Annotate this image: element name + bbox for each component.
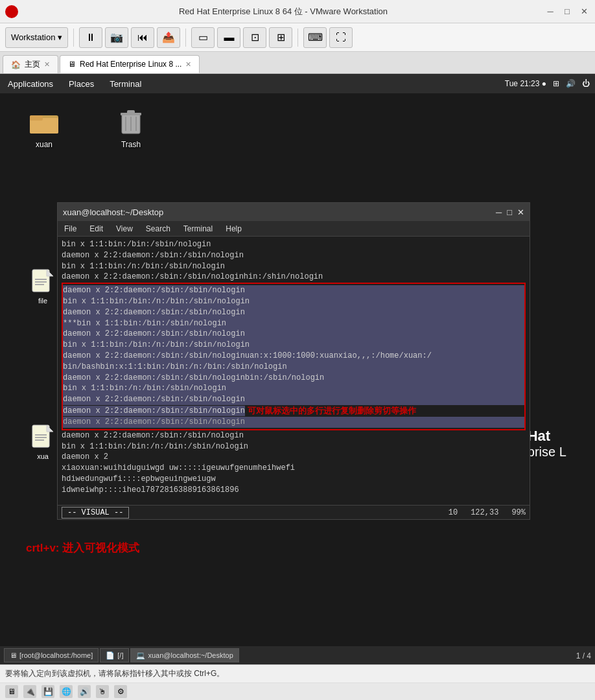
tab-home[interactable]: 🏠 主页 ✕	[3, 55, 58, 73]
dropdown-icon: ▾	[58, 32, 62, 42]
terminal-statusbar: -- VISUAL -- 10 122,33 99%	[58, 505, 530, 519]
applications-menu[interactable]: Applications	[5, 78, 56, 90]
menu-view[interactable]: View	[112, 223, 137, 235]
svg-point-0	[8, 8, 16, 16]
revert-button[interactable]: ⏮	[131, 27, 154, 48]
vm-item3-label: xuan@localhost:~/Desktop	[148, 651, 233, 659]
trash-label: Trash	[121, 140, 141, 149]
snapshot-button[interactable]: 📷	[105, 27, 128, 48]
status-icon3[interactable]: 💾	[41, 685, 54, 698]
fullscreen-button[interactable]: ⛶	[329, 27, 353, 48]
terminal-line: daemon x 2:2:daemon:/sbin:/sbin/nologin	[62, 430, 526, 441]
terminal-titlebar: xuan@localhost:~/Desktop ─ □ ✕	[58, 203, 530, 221]
volume-icon[interactable]: 🔊	[566, 79, 576, 88]
terminal-line: bin x 1:1:bin:/n:/bin:/sbin/nologin	[62, 261, 526, 272]
svg-rect-14	[35, 284, 44, 285]
status-icon2[interactable]: 🔌	[23, 685, 36, 698]
status-right: 10 122,33 99%	[449, 508, 526, 517]
terminal-line-h: bin x 1:1:bin:/bin:/n:/bin:/sbin/nologin	[63, 340, 524, 351]
vm-item3-icon: 💻	[136, 651, 145, 660]
status-col: 122,33	[471, 508, 498, 517]
vm-bottom-item3[interactable]: 💻 xuan@localhost:~/Desktop	[130, 648, 239, 662]
title-bar-text: Red Hat Enterprise Linux 8 64 位 - VMware…	[22, 6, 544, 18]
svg-rect-13	[35, 281, 47, 283]
status-message: 要将输入定向到该虚拟机，请将鼠标指针移入其中或按 Ctrl+G。	[0, 665, 595, 683]
terminal-content[interactable]: bin x 1:1:bin:/bin:/sbin/nologin daemon …	[58, 237, 530, 505]
cad-button[interactable]: ⌨	[303, 27, 327, 48]
page-count: 1 / 4	[576, 649, 591, 661]
terminal-line-h: bin/bashbin:x:1:1:bin:/bin:/n:/bin:/sbin…	[63, 362, 524, 373]
view-button2[interactable]: ▬	[217, 27, 240, 48]
status-icons: 🖥 🔌 💾 🌐 🔊 🖱 ⚙	[0, 683, 595, 701]
vm-bottom-item2[interactable]: 📄 [/]	[100, 648, 129, 662]
terminal-menu[interactable]: Terminal	[107, 78, 144, 90]
tab-rhel-label: Red Hat Enterprise Linux 8 ...	[80, 60, 181, 69]
svg-rect-17	[35, 434, 47, 436]
annotation-text1: 可对鼠标选中的多行进行复制删除剪切等操作	[248, 405, 416, 417]
vm-item1-label: [root@localhost:/home]	[19, 651, 93, 659]
tab-home-label: 主页	[25, 59, 40, 70]
menu-search[interactable]: Search	[142, 223, 174, 235]
svg-marker-16	[47, 425, 53, 432]
terminal-line-h: daemon x 2:2:daemon:/sbin:/sbin/nologin	[63, 406, 245, 417]
terminal-minimize[interactable]: ─	[496, 207, 502, 217]
tab-home-icon: 🏠	[11, 60, 21, 69]
svg-rect-12	[35, 279, 47, 280]
toolbar-separator	[73, 29, 74, 47]
status-icon5[interactable]: 🔊	[78, 685, 91, 698]
status-icon4[interactable]: 🌐	[60, 685, 73, 698]
status-icon7[interactable]: ⚙	[114, 685, 127, 698]
status-line: 10	[449, 508, 458, 517]
terminal-close[interactable]: ✕	[517, 207, 524, 217]
power-icon[interactable]: ⏻	[582, 79, 590, 88]
annotation-row: daemon x 2:2:daemon:/sbin:/sbin/nologin …	[63, 405, 524, 417]
tab-home-close[interactable]: ✕	[44, 60, 50, 69]
vm-bottom-item1[interactable]: 🖥 [root@localhost:/home]	[4, 648, 99, 662]
pause-button[interactable]: ⏸	[79, 27, 102, 48]
tab-rhel-close[interactable]: ✕	[185, 60, 191, 69]
desktop: xuan Trash file	[0, 93, 595, 554]
terminal-maximize[interactable]: □	[507, 207, 512, 217]
menu-file[interactable]: File	[60, 223, 80, 235]
terminal-line-h: daemon x 2:2:daemon:/sbin:/sbin/nologin	[63, 285, 524, 296]
terminal-line: hdiwedungwufi::::epbwgeuingweiugw	[62, 474, 526, 485]
status-message-text: 要将输入定向到该虚拟机，请将鼠标指针移入其中或按 Ctrl+G。	[5, 668, 224, 679]
desktop-icon-xuan[interactable]: xuan	[18, 106, 70, 149]
minimize-button[interactable]: ─	[544, 6, 556, 18]
workstation-menu[interactable]: Workstation ▾	[5, 27, 68, 48]
terminal-line-h: daemon x 2:2:daemon:/sbin:/sbin/nologin	[63, 394, 524, 405]
terminal-menubar: File Edit View Search Terminal Help	[58, 221, 530, 237]
terminal-line: daemon x 2:2:daemon:/sbin:/sbin/nologinh…	[62, 272, 526, 283]
terminal-line-h: daemon x 2:2:daemon:/sbin:/sbin/nologin	[63, 417, 524, 428]
terminal-line-h: bin x 1:1:bin:/bin:/n:/bin:/sbin/nologin	[63, 296, 524, 307]
close-button[interactable]: ✕	[578, 6, 590, 18]
view-button3[interactable]: ⊡	[243, 27, 266, 48]
send-button[interactable]: 📤	[157, 27, 180, 48]
menu-terminal[interactable]: Terminal	[180, 223, 216, 235]
tab-rhel[interactable]: 🖥 Red Hat Enterprise Linux 8 ... ✕	[60, 55, 200, 73]
terminal-line: daemon x 2	[62, 452, 526, 463]
vm-item1-icon: 🖥	[10, 651, 17, 659]
desktop-file-icon1[interactable]: file	[23, 268, 62, 305]
places-menu[interactable]: Places	[66, 78, 97, 90]
status-bar: 要将输入定向到该虚拟机，请将鼠标指针移入其中或按 Ctrl+G。 🖥 🔌 💾 🌐…	[0, 664, 595, 700]
status-icon6[interactable]: 🖱	[96, 685, 109, 698]
toolbar-separator3	[298, 29, 298, 47]
tab-bar: 🏠 主页 ✕ 🖥 Red Hat Enterprise Linux 8 ... …	[0, 52, 595, 74]
terminal-line-h: ***bin x 1:1:bin:/bin:/sbin/nologin	[63, 318, 524, 329]
terminal-line: bin x 1:1:bin:/bin:/n:/bin:/sbin/nologin	[62, 441, 526, 452]
status-icon1[interactable]: 🖥	[5, 685, 18, 698]
toolbar: Workstation ▾ ⏸ 📷 ⏮ 📤 ▭ ▬ ⊡ ⊞ ⌨ ⛶	[0, 23, 595, 52]
view-button4[interactable]: ⊞	[269, 27, 292, 48]
desktop-icon-trash[interactable]: Trash	[105, 106, 157, 149]
terminal-line-h: daemon x 2:2:daemon:/sbin:/sbin/nologinu…	[63, 351, 524, 362]
menu-edit[interactable]: Edit	[86, 223, 107, 235]
rhel-topbar-left: Applications Places Terminal	[5, 78, 144, 90]
maximize-button[interactable]: □	[561, 6, 573, 18]
menu-help[interactable]: Help	[222, 223, 246, 235]
svg-rect-6	[127, 110, 135, 114]
terminal-line-h: daemon x 2:2:daemon:/sbin:/sbin/nologin	[63, 329, 524, 340]
desktop-file-icon2[interactable]: xua	[23, 424, 62, 460]
window-controls: ─ □ ✕	[544, 6, 590, 18]
view-button1[interactable]: ▭	[191, 27, 215, 48]
